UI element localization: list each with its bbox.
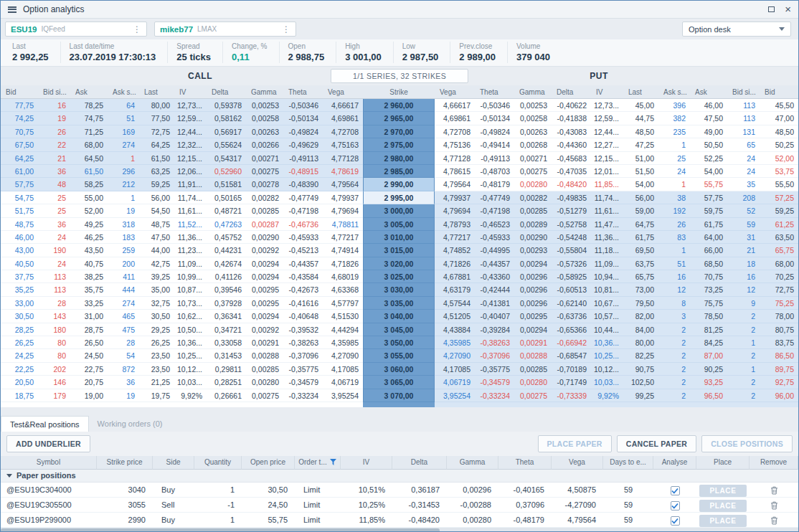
put-cell[interactable]: 0,00291 [514, 336, 552, 349]
call-cell[interactable]: 0,00288 [246, 349, 283, 362]
put-cell[interactable]: 131 [727, 125, 760, 138]
put-cell[interactable]: 68,00 [760, 257, 798, 270]
put-cell[interactable]: 2 [658, 336, 690, 349]
call-cell[interactable]: 0,00292 [246, 244, 283, 257]
put-cell[interactable]: 11,36... [591, 231, 623, 244]
call-cell[interactable]: 113 [38, 283, 70, 296]
put-cell[interactable]: -0,51279 [552, 204, 591, 217]
put-cell[interactable]: 96,00 [760, 389, 798, 402]
put-cell[interactable]: 2 [727, 389, 760, 402]
call-cell[interactable]: -0,35775 [283, 363, 323, 376]
call-cell[interactable]: 10,12... [174, 363, 207, 376]
call-cell[interactable]: 64,50 [70, 152, 108, 165]
put-cell[interactable]: 0,00280 [514, 376, 552, 389]
call-cell[interactable]: 48,75 [1, 218, 38, 231]
call-cell[interactable]: 0,00290 [246, 231, 283, 244]
put-cell[interactable]: -0,39284 [475, 323, 514, 336]
put-cell[interactable]: 65 [727, 138, 760, 151]
put-cell[interactable]: -0,44357 [475, 257, 514, 270]
call-cell[interactable]: 4,78619 [323, 165, 363, 178]
call-cell[interactable]: 46,00 [1, 231, 38, 244]
analyse-checkbox[interactable] [671, 486, 680, 495]
call-cell[interactable]: 40,75 [70, 257, 108, 270]
call-cell[interactable]: 30,50 [1, 310, 38, 323]
call-cell[interactable]: 0,00287 [246, 218, 283, 231]
strike-cell[interactable]: 3 065,00 [363, 376, 435, 389]
call-cell[interactable]: 0,54317 [207, 152, 246, 165]
put-cell[interactable]: -0,47198 [475, 204, 514, 217]
put-cell[interactable]: -0,49835 [552, 191, 591, 204]
call-cell[interactable]: 10,99... [174, 270, 207, 283]
call-cell[interactable]: -0,49824 [283, 125, 323, 138]
put-cell[interactable]: 61,25 [760, 218, 798, 231]
call-cell[interactable]: 28,75 [70, 323, 108, 336]
call-cell[interactable]: 12,73... [174, 99, 207, 112]
put-cell[interactable]: 10,12... [591, 363, 623, 376]
put-cell[interactable]: -0,73339 [552, 389, 591, 402]
call-cell[interactable]: 24,50 [70, 349, 108, 362]
put-cell[interactable]: 48,50 [623, 125, 658, 138]
call-cell[interactable]: 0,00292 [246, 323, 283, 336]
put-cell[interactable]: 0,00296 [514, 297, 552, 310]
call-cell[interactable]: 48,75 [139, 218, 174, 231]
call-cell[interactable]: -0,48390 [283, 178, 323, 191]
call-cell[interactable]: -0,47198 [283, 204, 323, 217]
put-cell[interactable]: 10,81... [591, 283, 623, 296]
call-cell[interactable]: 10,87... [174, 283, 207, 296]
call-cell[interactable]: 1 [108, 152, 139, 165]
call-cell[interactable]: 0,00294 [246, 270, 283, 283]
call-cell[interactable]: 4,57797 [323, 297, 363, 310]
put-cell[interactable]: 1 [727, 363, 760, 376]
call-cell[interactable]: 318 [108, 218, 139, 231]
put-cell[interactable]: 10,57... [591, 310, 623, 323]
call-cell[interactable]: 0,41126 [207, 270, 246, 283]
call-cell[interactable]: 28 [38, 297, 70, 310]
call-cell[interactable]: 74,75 [70, 112, 108, 125]
call-cell[interactable]: 37,75 [1, 270, 38, 283]
call-cell[interactable]: 0,47263 [207, 218, 246, 231]
call-cell[interactable]: 0,37928 [207, 297, 246, 310]
call-cell[interactable]: 28 [108, 336, 139, 349]
put-cell[interactable]: 92,75 [760, 376, 798, 389]
call-cell[interactable]: 71,25 [70, 125, 108, 138]
put-cell[interactable]: 4,57544 [435, 297, 475, 310]
put-cell[interactable]: 4,72708 [435, 125, 475, 138]
put-cell[interactable]: -0,47749 [475, 191, 514, 204]
call-cell[interactable]: 4,79937 [323, 191, 363, 204]
call-cell[interactable]: 9,92% [174, 389, 207, 402]
put-cell[interactable]: 2 [727, 310, 760, 323]
put-cell[interactable]: 11,74... [591, 191, 623, 204]
put-cell[interactable]: 79,50 [623, 297, 658, 310]
put-cell[interactable]: -0,71749 [552, 376, 591, 389]
call-cell[interactable]: 4,68019 [323, 270, 363, 283]
put-cell[interactable]: 10,44... [591, 323, 623, 336]
call-cell[interactable]: 80 [38, 336, 70, 349]
call-cell[interactable]: -0,48915 [283, 165, 323, 178]
positions-group-row[interactable]: Paper positions [1, 470, 798, 483]
call-cell[interactable]: 19 [108, 389, 139, 402]
cancel-paper-button[interactable]: CANCEL PAPER [617, 435, 696, 452]
strike-cell[interactable]: 2 980,00 [363, 152, 435, 165]
call-cell[interactable]: 12,32... [174, 138, 207, 151]
put-cell[interactable]: 99,25 [623, 389, 658, 402]
call-cell[interactable]: 180 [38, 323, 70, 336]
call-cell[interactable]: 0,00294 [246, 257, 283, 270]
add-underlier-button[interactable]: ADD UNDERLIER [6, 435, 90, 452]
call-cell[interactable]: 10,73... [174, 297, 207, 310]
call-cell[interactable]: 0,51581 [207, 178, 246, 191]
put-cell[interactable]: -0,54248 [552, 231, 591, 244]
call-cell[interactable]: 10,50... [174, 323, 207, 336]
call-cell[interactable]: 4,79694 [323, 204, 363, 217]
put-cell[interactable]: 0,00295 [514, 310, 552, 323]
put-cell[interactable]: 0,00296 [514, 270, 552, 283]
call-cell[interactable]: 77,75 [1, 99, 38, 112]
put-cell[interactable]: -0,50346 [475, 99, 514, 112]
put-cell[interactable]: -0,43083 [552, 125, 591, 138]
put-cell[interactable]: 51,50 [623, 165, 658, 178]
put-cell[interactable]: 49,00 [690, 125, 727, 138]
call-cell[interactable]: 1 [108, 191, 139, 204]
call-cell[interactable]: 4,27090 [323, 349, 363, 362]
put-cell[interactable]: 63,75 [623, 257, 658, 270]
put-cell[interactable]: 52,00 [760, 152, 798, 165]
call-cell[interactable]: 4,06719 [323, 376, 363, 389]
